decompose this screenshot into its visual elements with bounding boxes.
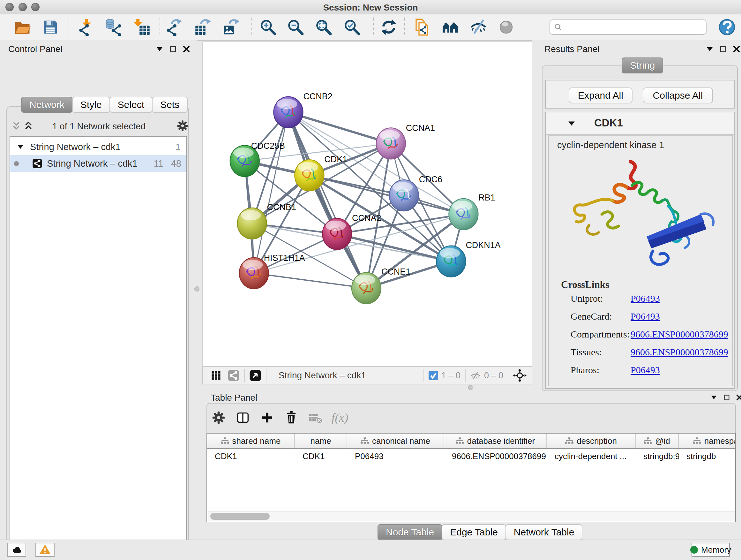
cloud-status-button[interactable]: [7, 543, 26, 557]
zoom-out-button[interactable]: [286, 17, 305, 37]
export-table-button[interactable]: [194, 17, 213, 37]
edge-CCNB2-HIST1H1A[interactable]: [254, 112, 288, 273]
tab-select[interactable]: Select: [110, 97, 152, 113]
network-canvas[interactable]: CCNB2CCNA1CDC25BCDK1CDC6RB1CCNB1CCNA2CDK…: [202, 42, 532, 367]
crosslink-link[interactable]: 9606.ENSP00000378699: [630, 329, 728, 340]
collapse-all-networks-icon[interactable]: [11, 121, 22, 132]
tab-string[interactable]: String: [622, 57, 663, 73]
column-header-database-identifier[interactable]: database identifier: [444, 434, 547, 448]
float-panel-icon[interactable]: [169, 45, 177, 53]
expand-all-button[interactable]: Expand All: [569, 87, 632, 104]
column-label: @id: [655, 436, 670, 446]
open-session-button[interactable]: [13, 17, 32, 37]
save-session-button[interactable]: [41, 17, 60, 37]
network-graph[interactable]: CCNB2CCNA1CDC25BCDK1CDC6RB1CCNB1CCNA2CDK…: [203, 42, 532, 366]
zoom-selected-button[interactable]: [342, 17, 361, 37]
float-panel-icon[interactable]: [723, 394, 730, 401]
node-CDC6[interactable]: [389, 180, 419, 211]
hide-selected-button[interactable]: [469, 17, 488, 37]
search-input[interactable]: [562, 21, 706, 33]
column-header-@id[interactable]: @id: [636, 434, 679, 448]
collapse-panel-icon[interactable]: [156, 45, 163, 53]
delete-table-button[interactable]: [307, 409, 325, 427]
table-settings-button[interactable]: [210, 409, 227, 427]
add-column-button[interactable]: [258, 409, 276, 427]
collapse-panel-icon[interactable]: [711, 394, 718, 401]
tab-style[interactable]: Style: [72, 97, 110, 113]
column-header-canonical-name[interactable]: canonical name: [347, 434, 444, 448]
show-all-button[interactable]: [496, 17, 516, 37]
node-CCNB1[interactable]: [238, 208, 267, 239]
zoom-in-button[interactable]: [259, 17, 278, 37]
birdseye-navigator-icon[interactable]: [513, 368, 527, 382]
network-row[interactable]: String Network – cdk1 11 48: [10, 155, 186, 172]
expand-all-networks-icon[interactable]: [23, 121, 34, 132]
crosslink-link[interactable]: P06493: [630, 365, 660, 375]
delete-column-button[interactable]: [282, 409, 300, 427]
column-header-name[interactable]: name: [295, 434, 347, 448]
crosslink-link[interactable]: P06493: [630, 293, 660, 304]
network-tree: String Network – cdk1 1 String Network –…: [10, 136, 187, 560]
network-options-gear-icon[interactable]: [176, 119, 189, 132]
import-table-file-button[interactable]: [132, 17, 151, 37]
scrollbar-thumb[interactable]: [210, 513, 270, 520]
node-CCNA2[interactable]: [322, 219, 352, 250]
export-network-button[interactable]: [165, 17, 185, 37]
network-collection-row[interactable]: String Network – cdk1 1: [10, 138, 186, 155]
protein-card: CDK1 cyclin-dependent kinase 1 Cros: [545, 112, 735, 389]
tab-node-table[interactable]: Node Table: [378, 524, 442, 540]
collapse-entry-icon[interactable]: [567, 119, 576, 128]
column-header-namespace[interactable]: namespace: [679, 434, 736, 448]
tab-edge-table[interactable]: Edge Table: [442, 524, 506, 540]
export-image-button[interactable]: [222, 17, 241, 37]
node-CCNB2[interactable]: [274, 97, 303, 128]
crosslink-link[interactable]: P06493: [630, 311, 660, 322]
bottom-splitter-handle[interactable]: [468, 385, 473, 390]
collapse-all-button[interactable]: Collapse All: [643, 87, 713, 104]
toggle-columns-button[interactable]: [234, 409, 252, 427]
detach-view-icon[interactable]: [249, 369, 261, 381]
left-splitter-handle[interactable]: [194, 287, 199, 292]
import-network-database-button[interactable]: [105, 17, 124, 37]
float-panel-icon[interactable]: [719, 45, 727, 53]
collapse-panel-icon[interactable]: [706, 45, 714, 53]
clone-network-button[interactable]: [412, 17, 431, 37]
close-panel-icon[interactable]: [733, 45, 740, 53]
crosslink-link[interactable]: 9606.ENSP00000378699: [630, 347, 728, 358]
graphics-details-icon[interactable]: [210, 370, 222, 381]
first-neighbors-button[interactable]: [441, 17, 460, 37]
node-CDKN1A[interactable]: [436, 246, 466, 277]
expander-icon[interactable]: [17, 143, 24, 151]
node-CCNA1[interactable]: [376, 128, 406, 159]
close-panel-icon[interactable]: [736, 394, 741, 401]
table-row[interactable]: CDK1CDK1P064939606.ENSP00000378699cyclin…: [207, 449, 735, 463]
table-cell: cyclin-dependent ...: [547, 451, 636, 461]
node-RB1[interactable]: [449, 199, 478, 230]
protein-name: CDK1: [594, 117, 623, 129]
tab-sets[interactable]: Sets: [152, 97, 188, 113]
column-header-description[interactable]: description: [547, 434, 636, 448]
apply-layout-button[interactable]: [379, 17, 398, 37]
help-button[interactable]: [718, 17, 737, 37]
hidden-counts: 0 – 0: [484, 371, 503, 381]
protein-card-header[interactable]: CDK1: [546, 112, 734, 135]
network-type-icon[interactable]: [227, 369, 240, 381]
selected-checkbox-icon[interactable]: [428, 371, 438, 380]
horizontal-scrollbar[interactable]: [208, 511, 735, 521]
edge-CCNB2-CCNA1[interactable]: [288, 112, 391, 144]
column-header-shared-name[interactable]: shared name: [207, 434, 295, 448]
table-cell: 9606.ENSP00000378699: [444, 451, 547, 461]
warnings-button[interactable]: [36, 543, 55, 557]
control-panel-tabs: NetworkStyleSelectSets: [21, 97, 187, 113]
import-network-file-button[interactable]: [77, 17, 96, 37]
tab-network-table[interactable]: Network Table: [506, 524, 583, 540]
close-panel-icon[interactable]: [183, 45, 190, 53]
zoom-fit-button[interactable]: [314, 17, 333, 37]
title-bar: Session: New Session: [0, 0, 741, 14]
edge-HIST1H1A-CCNE1[interactable]: [254, 273, 366, 288]
function-builder-button[interactable]: f(x): [331, 409, 349, 427]
node-CCNE1[interactable]: [352, 273, 381, 304]
memory-button[interactable]: Memory: [691, 543, 730, 557]
tab-network[interactable]: Network: [21, 97, 73, 113]
node-CDK1[interactable]: [294, 160, 324, 191]
